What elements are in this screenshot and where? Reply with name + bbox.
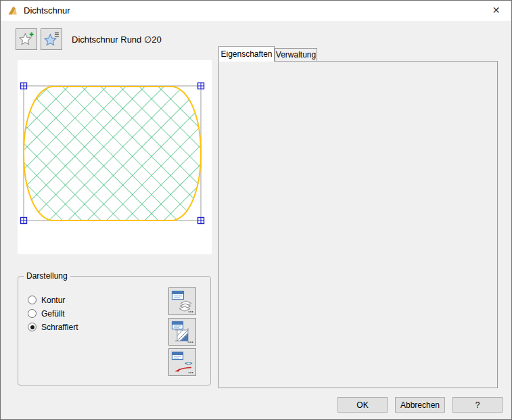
tab-content-pane [218,61,498,388]
dichtschnur-dialog: Dichtschnur ✕ Dichtschnur Rund ∅20 [0,0,512,420]
code-settings-button[interactable]: <> [168,348,196,376]
radio-schraffiert[interactable] [28,323,37,331]
radio-schraffiert-label[interactable]: Schraffiert [41,323,78,332]
item-name-label: Dichtschnur Rund ∅20 [72,34,162,45]
help-button[interactable]: ? [452,397,503,413]
favorite-menu-button[interactable] [41,28,62,50]
window-title: Dichtschnur [24,1,70,21]
hatch-settings-button[interactable] [168,318,196,346]
grip-handle[interactable] [21,218,27,224]
tab-verwaltung[interactable]: Verwaltung [275,48,317,61]
star-plus-icon [18,32,34,47]
layer-settings-button[interactable] [168,287,196,315]
grip-handle[interactable] [198,83,204,89]
ok-button[interactable]: OK [338,397,388,413]
radio-gefuellt-label[interactable]: Gefüllt [41,309,65,319]
code-icon: <> [171,351,194,374]
cancel-button[interactable]: Abbrechen [395,397,445,413]
seal-preview-drawing [18,60,212,254]
hatch-icon [171,321,194,344]
app-logo-icon [7,5,18,16]
radio-kontur-label[interactable]: Kontur [41,296,65,305]
darstellung-group-title: Darstellung [24,271,70,281]
favorite-add-button[interactable] [16,28,37,50]
tab-eigenschaften[interactable]: Eigenschaften [218,46,275,62]
radio-gefuellt[interactable] [28,309,37,318]
seal-preview-canvas[interactable] [18,60,212,254]
svg-text:<>: <> [185,359,193,367]
layers-icon [171,290,194,313]
star-menu-icon [43,32,60,47]
title-bar: Dichtschnur ✕ [1,1,511,21]
radio-kontur[interactable] [28,296,37,304]
grip-handle[interactable] [21,83,27,89]
grip-handle[interactable] [198,218,204,224]
seal-cross-section-shape [24,87,201,220]
close-icon[interactable]: ✕ [481,1,511,20]
